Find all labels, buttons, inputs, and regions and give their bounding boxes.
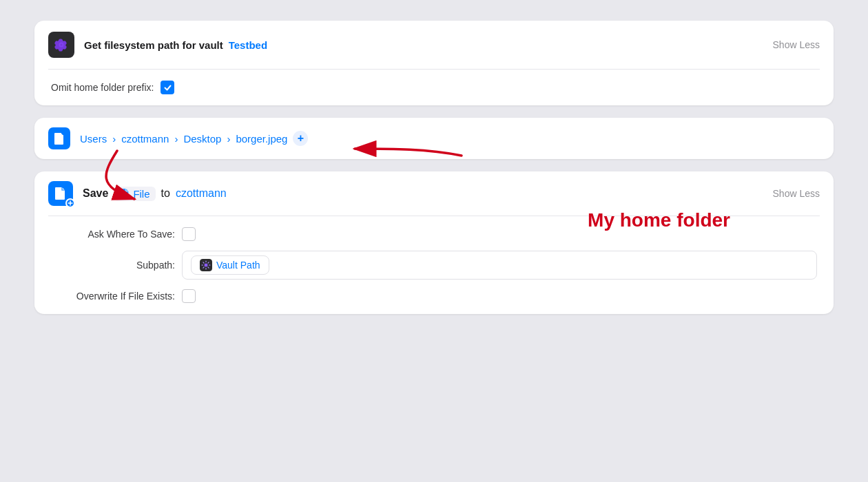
main-content: Get filesystem path for vault Testbed Sh… [34, 21, 834, 326]
vault-icon [200, 259, 212, 271]
breadcrumb-desktop[interactable]: Desktop [183, 133, 221, 145]
breadcrumb-czottmann[interactable]: czottmann [121, 133, 169, 145]
sep2: › [174, 133, 178, 145]
overwrite-row: Overwrite If File Exists: [51, 289, 817, 303]
card1-body: Omit home folder prefix: [34, 70, 834, 105]
save-show-less-button[interactable]: Show Less [773, 188, 820, 199]
add-path-button[interactable]: + [293, 131, 308, 146]
omit-home-label: Omit home folder prefix: [51, 82, 154, 93]
vault-path-label: Vault Path [216, 260, 260, 271]
breadcrumb-row: Users › czottmann › Desktop › borger.jpe… [80, 131, 820, 146]
card1-header: Get filesystem path for vault Testbed Sh… [34, 21, 834, 69]
ask-where-row: Ask Where To Save: [51, 227, 817, 241]
save-file-icon [48, 181, 73, 206]
ask-where-label: Ask Where To Save: [51, 229, 175, 240]
file-token-label: File [133, 188, 149, 200]
ask-where-checkbox[interactable] [182, 227, 196, 241]
svg-point-3 [205, 264, 208, 267]
card1-title: Get filesystem path for vault [84, 39, 223, 51]
save-card-body: Ask Where To Save: Subpath: [34, 216, 834, 314]
arrow-annotation-layer: Users › czottmann › Desktop › borger.jpe… [34, 118, 834, 314]
card-path-breadcrumb: Users › czottmann › Desktop › borger.jpe… [34, 118, 834, 159]
card-save-file: Save File to czottmann Show Less [34, 171, 834, 314]
card-filesystem-path: Get filesystem path for vault Testbed Sh… [34, 21, 834, 105]
vault-path-token[interactable]: Vault Path [191, 255, 269, 275]
save-label: Save [83, 187, 108, 200]
folder-name-token[interactable]: czottmann [176, 187, 227, 200]
omit-home-row: Omit home folder prefix: [51, 81, 817, 94]
breadcrumb-users[interactable]: Users [80, 133, 107, 145]
file-token[interactable]: File [114, 187, 155, 201]
save-title-row: Save File to czottmann [83, 187, 763, 201]
overwrite-label: Overwrite If File Exists: [51, 291, 175, 302]
subpath-input[interactable]: Vault Path [182, 251, 817, 280]
to-word: to [161, 187, 170, 200]
gear-icon [48, 32, 74, 58]
save-card-header: Save File to czottmann Show Less [34, 171, 834, 216]
card1-title-row: Get filesystem path for vault Testbed [84, 39, 763, 51]
omit-home-checkbox[interactable] [161, 81, 174, 94]
breadcrumb-file[interactable]: borger.jpeg [236, 133, 287, 145]
sep3: › [227, 133, 230, 145]
subpath-label: Subpath: [51, 260, 175, 271]
subpath-row: Subpath: Vault Path [51, 251, 817, 280]
show-less-button[interactable]: Show Less [773, 39, 820, 50]
file-blue-icon [48, 127, 70, 149]
vault-name-badge[interactable]: Testbed [229, 39, 267, 51]
overwrite-checkbox[interactable] [182, 289, 196, 303]
sep1: › [112, 133, 116, 145]
